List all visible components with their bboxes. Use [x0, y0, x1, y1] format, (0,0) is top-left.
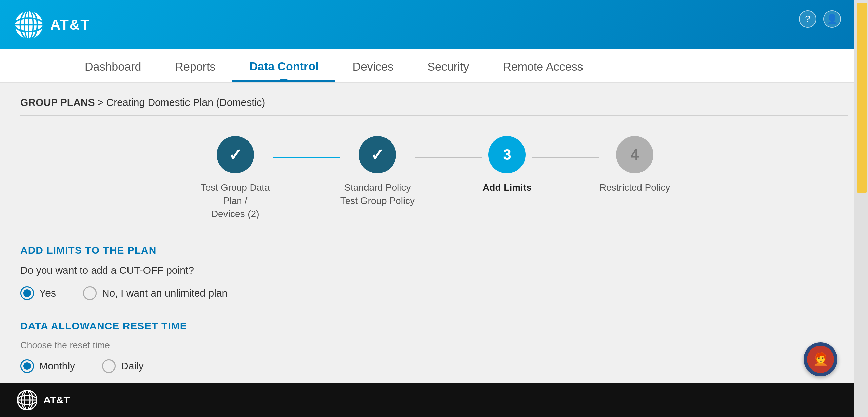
header: AT&T ? 👤	[0, 0, 868, 49]
footer-globe-icon	[17, 390, 37, 410]
wizard-label-4: Restricted Policy	[599, 181, 670, 194]
check-icon-1: ✓	[229, 145, 242, 164]
wizard-circle-2: ✓	[359, 136, 396, 173]
nav-security[interactable]: Security	[410, 53, 486, 82]
reset-time-section-title: DATA ALLOWANCE RESET TIME	[20, 320, 848, 332]
scrollbar-thumb[interactable]	[857, 3, 867, 193]
step-number-3: 3	[503, 146, 511, 163]
reset-monthly-option[interactable]: Monthly	[20, 359, 75, 373]
breadcrumb: GROUP PLANS > Creating Domestic Plan (Do…	[20, 97, 848, 116]
reset-monthly-radio[interactable]	[20, 359, 34, 373]
cutoff-no-radio[interactable]	[83, 286, 97, 300]
user-icon: 👤	[826, 14, 838, 25]
breadcrumb-group: GROUP PLANS	[20, 97, 95, 108]
main-content: GROUP PLANS > Creating Domestic Plan (Do…	[0, 83, 868, 417]
nav-remote-access[interactable]: Remote Access	[486, 53, 600, 82]
wizard-step-2: ✓ Standard PolicyTest Group Policy	[340, 136, 415, 207]
wizard-step-3: 3 Add Limits	[482, 136, 532, 194]
connector-3-4	[532, 157, 599, 158]
connector-2-3	[415, 157, 482, 158]
reset-daily-option[interactable]: Daily	[102, 359, 144, 373]
reset-daily-label: Daily	[121, 360, 144, 372]
att-brand-text: AT&T	[50, 17, 90, 33]
wizard-circle-1: ✓	[217, 136, 254, 173]
reset-daily-radio[interactable]	[102, 359, 116, 373]
header-actions: ? 👤	[799, 10, 841, 28]
reset-monthly-label: Monthly	[39, 360, 75, 372]
chat-support-button[interactable]: 🧑‍🦰	[804, 342, 837, 376]
cutoff-no-label: No, I want an unlimited plan	[102, 287, 228, 299]
breadcrumb-current: Creating Domestic Plan (Domestic)	[106, 97, 265, 108]
footer: AT&T	[0, 383, 854, 417]
cutoff-no-option[interactable]: No, I want an unlimited plan	[83, 286, 228, 300]
footer-logo: AT&T	[17, 390, 70, 410]
chat-avatar-icon: 🧑‍🦰	[807, 346, 834, 373]
footer-brand-text: AT&T	[43, 394, 70, 406]
cutoff-question: Do you want to add a CUT-OFF point?	[20, 265, 848, 276]
cutoff-yes-radio-fill	[23, 289, 31, 297]
cutoff-radio-group: Yes No, I want an unlimited plan	[20, 286, 848, 300]
reset-monthly-radio-fill	[23, 362, 31, 370]
navigation-bar: Dashboard Reports Data Control Devices S…	[0, 49, 868, 83]
breadcrumb-separator: >	[98, 97, 106, 108]
nav-dashboard[interactable]: Dashboard	[68, 53, 158, 82]
nav-devices[interactable]: Devices	[335, 53, 410, 82]
step-number-4: 4	[631, 146, 639, 163]
reset-radio-group: Monthly Daily	[20, 359, 848, 373]
step-wizard: ✓ Test Group Data Plan /Devices (2) ✓ St…	[20, 136, 848, 221]
help-button[interactable]: ?	[799, 10, 816, 28]
cutoff-yes-option[interactable]: Yes	[20, 286, 56, 300]
nav-reports[interactable]: Reports	[158, 53, 232, 82]
check-icon-2: ✓	[371, 145, 384, 164]
cutoff-yes-radio[interactable]	[20, 286, 34, 300]
att-globe-icon	[14, 10, 44, 40]
wizard-circle-4: 4	[616, 136, 653, 173]
logo-area: AT&T	[14, 10, 90, 40]
connector-1-2	[273, 157, 340, 158]
wizard-step-4: 4 Restricted Policy	[599, 136, 670, 194]
wizard-label-1: Test Group Data Plan /Devices (2)	[198, 181, 273, 221]
wizard-step-1: ✓ Test Group Data Plan /Devices (2)	[198, 136, 273, 221]
wizard-label-3: Add Limits	[482, 181, 532, 194]
user-profile-button[interactable]: 👤	[823, 10, 841, 28]
wizard-circle-3: 3	[488, 136, 526, 173]
wizard-label-2: Standard PolicyTest Group Policy	[340, 181, 415, 207]
avatar-emoji: 🧑‍🦰	[813, 352, 829, 367]
nav-data-control[interactable]: Data Control	[232, 52, 335, 82]
cutoff-yes-label: Yes	[39, 287, 56, 299]
reset-subtitle: Choose the reset time	[20, 340, 848, 351]
add-limits-section-title: ADD LIMITS TO THE PLAN	[20, 245, 848, 256]
scrollbar-track[interactable]	[854, 0, 868, 417]
